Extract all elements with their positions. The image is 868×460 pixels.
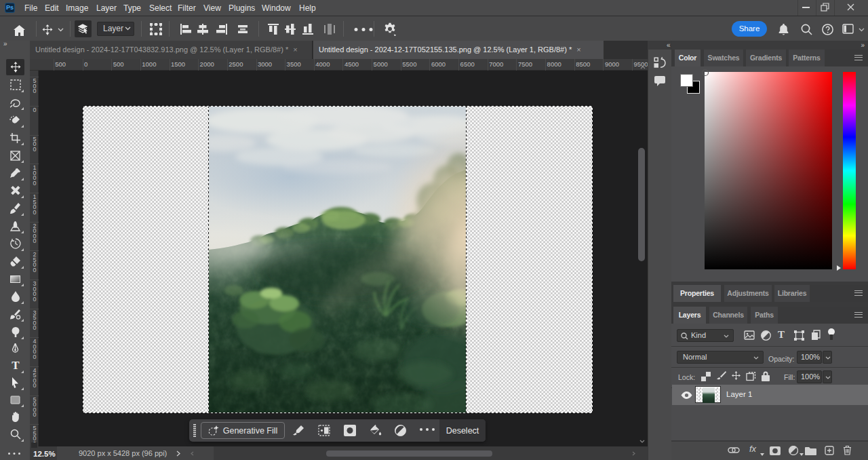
svg-text:T: T bbox=[12, 360, 20, 371]
